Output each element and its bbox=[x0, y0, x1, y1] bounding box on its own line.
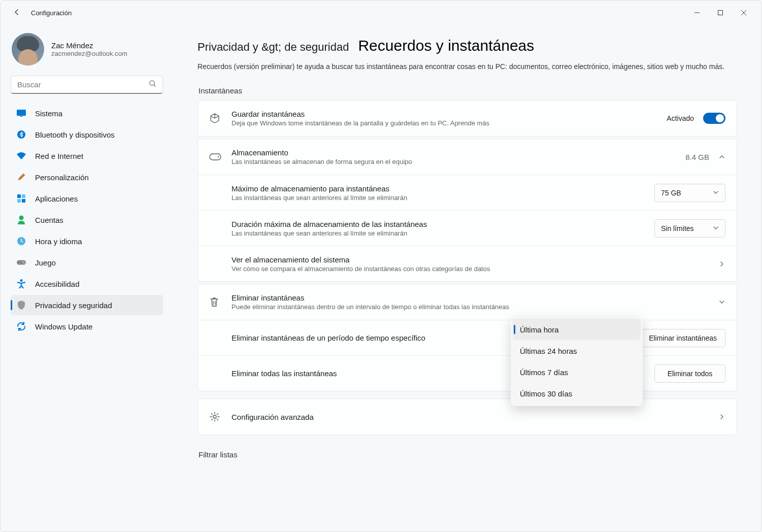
sidebar-item-apps[interactable]: Aplicaciones bbox=[11, 188, 163, 209]
delete-title: Eliminar instantáneas bbox=[231, 293, 718, 302]
sidebar-item-label: Cuentas bbox=[35, 216, 63, 224]
svg-rect-0 bbox=[718, 11, 723, 15]
chevron-down-icon bbox=[718, 298, 725, 306]
popup-item-last-7d[interactable]: Últimos 7 días bbox=[513, 361, 641, 383]
avatar bbox=[12, 33, 44, 65]
wifi-icon bbox=[17, 151, 26, 160]
delete-header-row[interactable]: Eliminar instantáneas Puede eliminar ins… bbox=[198, 284, 737, 320]
svg-point-14 bbox=[20, 279, 23, 282]
page-description: Recuerdos (versión preliminar) te ayuda … bbox=[197, 61, 737, 72]
person-icon bbox=[17, 215, 26, 224]
sidebar-item-network[interactable]: Red e Internet bbox=[11, 146, 163, 166]
maximize-button[interactable] bbox=[709, 5, 732, 21]
card-storage: Almacenamiento Las instantáneas se almac… bbox=[197, 139, 737, 282]
storage-sub: Las instantáneas se almacenan de forma s… bbox=[231, 158, 685, 165]
dropdown-value: Sin límites bbox=[661, 224, 694, 232]
sidebar-item-label: Personalización bbox=[35, 173, 89, 182]
sidebar-item-label: Aplicaciones bbox=[35, 194, 78, 203]
svg-point-16 bbox=[218, 156, 219, 157]
shield-icon bbox=[17, 301, 26, 310]
delete-sub: Puede eliminar instantáneas dentro de un… bbox=[231, 303, 718, 311]
sidebar-item-label: Accesibilidad bbox=[35, 280, 80, 288]
minimize-button[interactable] bbox=[685, 5, 709, 21]
update-icon bbox=[17, 322, 26, 331]
breadcrumb: Privacidad y &gt; de seguridad Recuerdos… bbox=[197, 37, 737, 54]
brush-icon bbox=[17, 173, 26, 182]
card-advanced[interactable]: Configuración avanzada bbox=[197, 398, 737, 435]
sidebar-item-label: Red e Internet bbox=[35, 152, 83, 160]
chevron-right-icon bbox=[718, 260, 725, 268]
card-delete-snapshots: Eliminar instantáneas Puede eliminar ins… bbox=[197, 284, 737, 391]
storage-duration-sub: Las instantáneas que sean anteriores al … bbox=[231, 229, 654, 237]
accessibility-icon bbox=[17, 279, 26, 288]
apps-icon bbox=[17, 194, 26, 203]
sidebar-item-label: Hora y idioma bbox=[35, 237, 82, 246]
storage-max-dropdown[interactable]: 75 GB bbox=[654, 184, 725, 202]
bluetooth-icon bbox=[17, 130, 26, 139]
storage-duration-dropdown[interactable]: Sin límites bbox=[654, 219, 725, 238]
delete-range-button[interactable]: Eliminar instantáneas bbox=[640, 329, 725, 347]
clock-icon bbox=[17, 237, 26, 246]
nav-list: Sistema Bluetooth y dispositivos Red e I… bbox=[11, 103, 163, 337]
popup-item-last-24h[interactable]: Últimas 24 horas bbox=[513, 340, 641, 361]
chevron-right-icon bbox=[718, 413, 725, 420]
save-title: Guardar instantáneas bbox=[231, 110, 667, 118]
delete-all-row: Eliminar todas las instantáneas Eliminar… bbox=[198, 355, 737, 391]
svg-point-17 bbox=[213, 415, 216, 418]
sidebar-item-gaming[interactable]: Juego bbox=[11, 252, 163, 273]
app-title: Configuración bbox=[31, 9, 72, 17]
svg-rect-5 bbox=[17, 194, 21, 198]
storage-value: 8.4 GB bbox=[685, 153, 709, 161]
svg-rect-15 bbox=[210, 154, 221, 160]
sidebar-item-personalization[interactable]: Personalización bbox=[11, 167, 163, 187]
sidebar-item-windows-update[interactable]: Windows Update bbox=[11, 316, 163, 337]
storage-header-row[interactable]: Almacenamiento Las instantáneas se almac… bbox=[198, 139, 737, 175]
dropdown-value: 75 GB bbox=[661, 189, 681, 197]
sidebar-item-label: Juego bbox=[35, 258, 56, 267]
sidebar-item-accessibility[interactable]: Accesibilidad bbox=[11, 274, 163, 294]
profile-block[interactable]: Zac Méndez zacmendez@outlook.com bbox=[11, 31, 163, 76]
sidebar-item-label: Bluetooth y dispositivos bbox=[35, 130, 115, 139]
system-storage-title: Ver el almacenamiento del sistema bbox=[231, 255, 718, 264]
sidebar-item-privacy[interactable]: Privacidad y seguridad bbox=[11, 295, 163, 315]
page-title: Recuerdos y instantáneas bbox=[358, 37, 534, 54]
storage-max-sub: Las instantáneas que sean anteriores al … bbox=[231, 194, 654, 202]
save-snapshots-toggle[interactable] bbox=[703, 113, 725, 124]
storage-system-row[interactable]: Ver el almacenamiento del sistema Ver có… bbox=[198, 246, 737, 281]
search-icon bbox=[149, 80, 156, 89]
cube-icon bbox=[209, 113, 231, 124]
storage-duration-row: Duración máxima de almacenamiento de las… bbox=[198, 210, 737, 246]
sidebar-item-accounts[interactable]: Cuentas bbox=[11, 210, 163, 230]
popup-item-last-hour[interactable]: Última hora bbox=[513, 319, 641, 340]
popup-item-last-30d[interactable]: Últimos 30 días bbox=[513, 383, 641, 404]
delete-all-button[interactable]: Eliminar todos bbox=[654, 364, 725, 383]
main-content: Privacidad y &gt; de seguridad Recuerdos… bbox=[173, 25, 761, 531]
sidebar-item-label: Windows Update bbox=[35, 322, 92, 331]
sidebar-item-system[interactable]: Sistema bbox=[11, 103, 163, 123]
delete-range-title: Eliminar instantáneas de un período de t… bbox=[231, 334, 524, 342]
sidebar-item-label: Privacidad y seguridad bbox=[35, 301, 112, 310]
card-save-snapshots: Guardar instantáneas Deja que Windows to… bbox=[197, 100, 737, 137]
section-snapshots-title: Instantáneas bbox=[198, 86, 737, 95]
svg-rect-3 bbox=[20, 116, 23, 117]
svg-rect-2 bbox=[17, 110, 26, 116]
sidebar-item-label: Sistema bbox=[35, 109, 62, 118]
close-button[interactable] bbox=[732, 5, 755, 21]
storage-title: Almacenamiento bbox=[231, 148, 685, 157]
sidebar-item-bluetooth[interactable]: Bluetooth y dispositivos bbox=[11, 124, 163, 145]
section-filter-title: Filtrar listas bbox=[198, 450, 737, 459]
svg-point-9 bbox=[19, 216, 24, 220]
chevron-down-icon bbox=[713, 224, 719, 232]
monitor-icon bbox=[17, 109, 26, 118]
breadcrumb-level1[interactable]: Privacidad y &gt; de seguridad bbox=[197, 41, 349, 54]
svg-rect-7 bbox=[17, 199, 21, 203]
sidebar: Zac Méndez zacmendez@outlook.com Sistema… bbox=[1, 25, 173, 531]
back-button[interactable] bbox=[7, 3, 27, 23]
search-box[interactable] bbox=[11, 76, 163, 94]
gamepad-icon bbox=[17, 258, 26, 267]
save-sub: Deja que Windows tome instantáneas de la… bbox=[231, 119, 667, 127]
sidebar-item-time-language[interactable]: Hora y idioma bbox=[11, 231, 163, 251]
search-input[interactable] bbox=[17, 80, 149, 89]
svg-rect-11 bbox=[17, 260, 26, 265]
svg-rect-6 bbox=[22, 194, 25, 198]
